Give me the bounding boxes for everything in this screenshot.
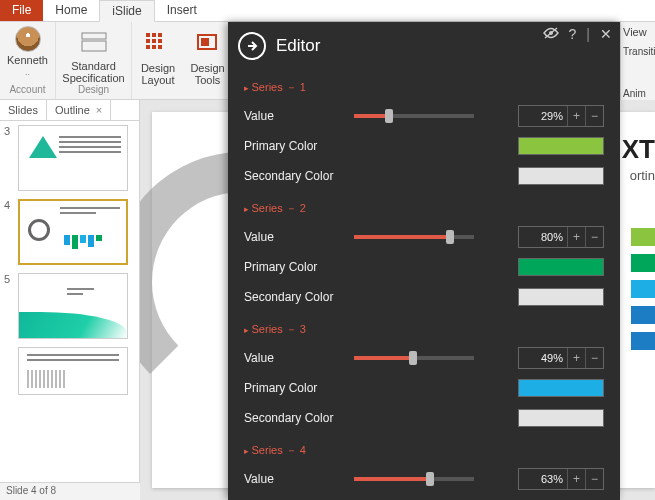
slide-thumb-6[interactable] bbox=[18, 347, 128, 395]
series-header[interactable]: Series － 4 bbox=[244, 443, 604, 458]
secondary-color-label: Secondary Color bbox=[244, 290, 346, 304]
slide-thumb-3[interactable] bbox=[18, 125, 128, 191]
ribbon-tabs: File Home iSlide Insert bbox=[0, 0, 655, 22]
editor-title: Editor bbox=[276, 36, 320, 56]
svg-rect-1 bbox=[82, 41, 106, 51]
ribbon-spec[interactable]: Standard Specification Design bbox=[56, 22, 132, 99]
value-slider[interactable] bbox=[354, 235, 474, 239]
spec-label: Standard Specification bbox=[62, 60, 124, 84]
value-stepper: 49%+− bbox=[518, 347, 604, 369]
value-slider[interactable] bbox=[354, 356, 474, 360]
editor-body[interactable]: Series － 1Value29%+−Primary ColorSeconda… bbox=[228, 70, 620, 500]
editor-panel: ? | ✕ Editor Series － 1Value29%+−Primary… bbox=[228, 22, 620, 500]
tab-insert[interactable]: Insert bbox=[155, 0, 209, 21]
decrement-button[interactable]: − bbox=[585, 106, 603, 126]
svg-rect-12 bbox=[201, 38, 209, 46]
tab-home[interactable]: Home bbox=[43, 0, 99, 21]
increment-button[interactable]: + bbox=[567, 227, 585, 247]
svg-rect-6 bbox=[152, 39, 156, 43]
value-label: Value bbox=[244, 472, 346, 486]
primary-color-label: Primary Color bbox=[244, 381, 346, 395]
value-stepper: 29%+− bbox=[518, 105, 604, 127]
svg-rect-8 bbox=[146, 45, 150, 49]
secondary-color-label: Secondary Color bbox=[244, 169, 346, 183]
avatar-icon bbox=[15, 26, 41, 52]
svg-rect-4 bbox=[158, 33, 162, 37]
primary-color-swatch[interactable] bbox=[518, 258, 604, 276]
decrement-button[interactable]: − bbox=[585, 469, 603, 489]
thumbnails-pane: Slides Outline× 3 4 bbox=[0, 100, 140, 500]
context-tabs: View Transiti Anim bbox=[620, 22, 655, 100]
slide-thumb-5[interactable] bbox=[18, 273, 128, 339]
series-header[interactable]: Series － 2 bbox=[244, 201, 604, 216]
svg-rect-3 bbox=[152, 33, 156, 37]
thumbs-tab-outline[interactable]: Outline× bbox=[47, 100, 111, 120]
value-label: Value bbox=[244, 230, 346, 244]
value-label: Value bbox=[244, 351, 346, 365]
tab-islide[interactable]: iSlide bbox=[99, 0, 154, 22]
tools-label: Design Tools bbox=[190, 62, 224, 86]
thumbs-tab-slides[interactable]: Slides bbox=[0, 100, 47, 120]
primary-color-label: Primary Color bbox=[244, 139, 346, 153]
slide-title-partial: XT bbox=[622, 134, 655, 165]
layout-label: Design Layout bbox=[141, 62, 175, 86]
value-display: 80% bbox=[519, 231, 567, 243]
status-bar: Slide 4 of 8 bbox=[0, 482, 140, 500]
primary-color-label: Primary Color bbox=[244, 260, 346, 274]
ribbon-account[interactable]: Kenneth .. Account bbox=[0, 22, 56, 99]
spec-icon bbox=[80, 31, 108, 53]
account-sub: .. bbox=[25, 68, 30, 78]
increment-button[interactable]: + bbox=[567, 469, 585, 489]
tab-view-partial[interactable]: View bbox=[623, 26, 653, 46]
secondary-color-swatch[interactable] bbox=[518, 409, 604, 427]
back-button[interactable] bbox=[238, 32, 266, 60]
value-display: 49% bbox=[519, 352, 567, 364]
account-name: Kenneth bbox=[7, 54, 48, 66]
help-icon[interactable]: ? bbox=[569, 26, 577, 43]
chart-legend-chips bbox=[631, 228, 655, 350]
svg-rect-0 bbox=[82, 33, 106, 39]
primary-color-swatch[interactable] bbox=[518, 379, 604, 397]
thumb-number: 5 bbox=[4, 273, 14, 285]
increment-button[interactable]: + bbox=[567, 348, 585, 368]
visibility-icon[interactable] bbox=[543, 26, 559, 43]
svg-rect-5 bbox=[146, 39, 150, 43]
thumb-number: 4 bbox=[4, 199, 14, 211]
slide-subtitle-partial: ortin bbox=[630, 168, 655, 183]
secondary-color-swatch[interactable] bbox=[518, 167, 604, 185]
increment-button[interactable]: + bbox=[567, 106, 585, 126]
value-slider[interactable] bbox=[354, 477, 474, 481]
value-label: Value bbox=[244, 109, 346, 123]
ribbon-tools[interactable]: Design Tools bbox=[184, 22, 232, 99]
value-display: 29% bbox=[519, 110, 567, 122]
value-slider[interactable] bbox=[354, 114, 474, 118]
secondary-color-swatch[interactable] bbox=[518, 288, 604, 306]
secondary-color-label: Secondary Color bbox=[244, 411, 346, 425]
svg-rect-9 bbox=[152, 45, 156, 49]
tab-file[interactable]: File bbox=[0, 0, 43, 21]
decrement-button[interactable]: − bbox=[585, 348, 603, 368]
svg-rect-2 bbox=[146, 33, 150, 37]
value-display: 63% bbox=[519, 473, 567, 485]
ribbon-layout[interactable]: Design Layout bbox=[132, 22, 184, 99]
decrement-button[interactable]: − bbox=[585, 227, 603, 247]
slide-thumb-4[interactable] bbox=[18, 199, 128, 265]
svg-rect-10 bbox=[158, 45, 162, 49]
tools-icon bbox=[196, 33, 220, 53]
grid-icon bbox=[146, 33, 170, 53]
value-stepper: 80%+− bbox=[518, 226, 604, 248]
series-header[interactable]: Series － 1 bbox=[244, 80, 604, 95]
tab-transitions-partial[interactable]: Transiti bbox=[623, 46, 653, 66]
close-panel-icon[interactable]: ✕ bbox=[600, 26, 612, 43]
primary-color-swatch[interactable] bbox=[518, 137, 604, 155]
thumb-number: 3 bbox=[4, 125, 14, 137]
design-group-label: Design bbox=[78, 84, 109, 95]
series-header[interactable]: Series － 3 bbox=[244, 322, 604, 337]
svg-rect-7 bbox=[158, 39, 162, 43]
account-group-label: Account bbox=[9, 84, 45, 95]
value-stepper: 63%+− bbox=[518, 468, 604, 490]
close-icon[interactable]: × bbox=[96, 104, 102, 116]
arrow-right-icon bbox=[245, 39, 259, 53]
